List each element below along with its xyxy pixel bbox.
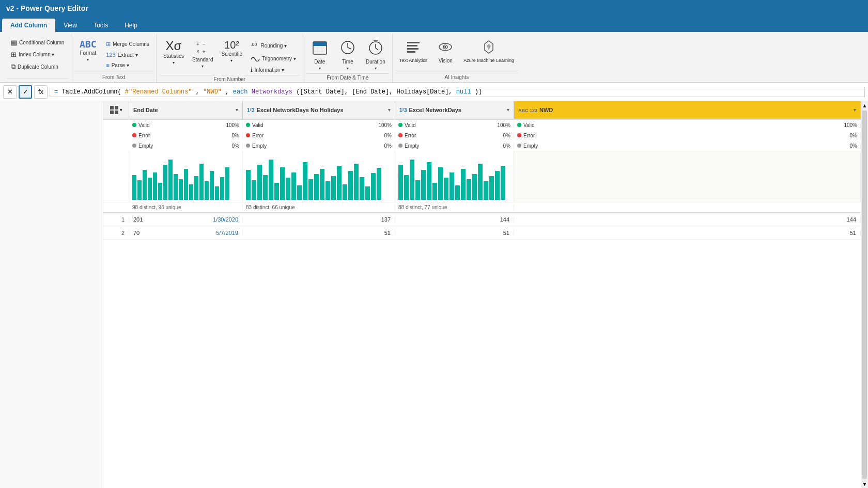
index-column-icon: ⊞	[11, 51, 17, 58]
scientific-button[interactable]: 10² Scientific ▾	[218, 37, 245, 66]
svg-rect-25	[110, 106, 114, 109]
tab-view[interactable]: View	[55, 19, 85, 32]
scroll-thumb[interactable]	[862, 111, 867, 479]
svg-rect-27	[110, 111, 114, 114]
col-header-networkdays[interactable]: 1²3Excel NetworkDays ▾	[395, 101, 514, 119]
chart-nwd	[514, 151, 861, 202]
data-grid: ▾ End Date ▾ 1²3Excel NetworkDays No Hol…	[103, 101, 861, 488]
svg-rect-20	[407, 48, 419, 50]
svg-rect-76	[421, 170, 426, 200]
svg-rect-67	[354, 164, 359, 200]
stats-nwd-empty: Empty 0%	[514, 143, 861, 149]
stats-noholidays-valid: Valid 100%	[243, 122, 395, 128]
merge-columns-icon: ⊞	[106, 41, 111, 48]
standard-button[interactable]: + − × ÷ Standard ▾	[189, 37, 217, 71]
svg-rect-74	[410, 160, 414, 200]
rounding-icon: .00	[251, 41, 259, 50]
svg-rect-90	[501, 166, 505, 200]
parse-button[interactable]: ≡ Parse ▾	[102, 60, 153, 70]
from-number-buttons: Xσ Statistics ▾ + − × ÷ Standard ▾ 10²	[160, 36, 300, 75]
col-header-nwd[interactable]: ABC 123NWD ▾	[514, 101, 861, 119]
svg-line-13	[348, 48, 351, 49]
duplicate-column-icon: ⧉	[11, 62, 16, 71]
stats-nwd-error: Error 0%	[514, 133, 861, 138]
svg-rect-37	[174, 174, 178, 200]
error-dot-noholidays	[246, 133, 250, 137]
azure-ml-button[interactable]: Azure Machine Learning	[460, 37, 518, 66]
text-analytics-button[interactable]: Text Analytics	[396, 37, 431, 66]
rounding-button[interactable]: .00 Rounding ▾	[247, 39, 300, 52]
svg-rect-81	[450, 172, 454, 200]
col-header-noholidays-label: Excel NetworkDays No Holidays	[256, 107, 343, 113]
extract-button[interactable]: 123 Extract ▾	[102, 50, 153, 59]
scroll-up[interactable]: ▲	[861, 101, 868, 109]
row-num-header: ▾	[103, 101, 129, 119]
ribbon-tabs: Add Column View Tools Help	[0, 17, 868, 32]
ribbon-group-general: ▤ Conditional Column ⊞ Index Column ▾ ⧉ …	[4, 34, 71, 82]
col-dropdown-nwd[interactable]: ▾	[854, 107, 856, 113]
conditional-column-icon: ▤	[11, 39, 17, 46]
table-row: 1 201 1/30/2020 137 144 144	[103, 213, 861, 226]
svg-rect-54	[280, 167, 285, 200]
cell-row2-networkdays: 51	[395, 230, 514, 236]
stats-row-empty: Empty 0% Empty 0% Empty 0% Empty 0%	[103, 140, 861, 151]
svg-rect-75	[415, 180, 420, 200]
svg-rect-52	[269, 160, 273, 200]
fx-button[interactable]: fx	[34, 85, 48, 99]
col-header-noholidays[interactable]: 1²3Excel NetworkDays No Holidays ▾	[243, 101, 395, 119]
time-button[interactable]: Time ▾	[334, 37, 361, 73]
tab-help[interactable]: Help	[116, 19, 146, 32]
stats-nwd-valid: Valid 100%	[514, 122, 861, 128]
tab-add-column[interactable]: Add Column	[2, 19, 55, 32]
distinct-networkdays: 88 distinct, 77 unique	[395, 204, 514, 210]
svg-rect-48	[246, 170, 251, 200]
empty-dot-networkdays	[398, 144, 402, 148]
vertical-scrollbar[interactable]: ▲ ▼	[861, 101, 868, 488]
format-button[interactable]: ABC Format ▾	[74, 37, 101, 65]
duration-button[interactable]: Duration ▾	[362, 37, 389, 73]
noholidays-bar-chart	[245, 154, 384, 200]
cell-row1-noholidays: 137	[243, 216, 395, 223]
formula-bar: ✕ ✓ fx = Table.AddColumn( #"Renamed Colu…	[0, 83, 868, 101]
from-number-label: From Number	[160, 75, 300, 84]
svg-rect-42	[199, 164, 204, 200]
parse-icon: ≡	[106, 62, 109, 68]
stats-noholidays-empty: Empty 0%	[243, 143, 395, 149]
chart-end-date	[129, 151, 243, 202]
cancel-button[interactable]: ✕	[3, 85, 17, 99]
svg-rect-36	[168, 160, 173, 200]
svg-rect-26	[115, 106, 118, 109]
vision-button[interactable]: Vision	[432, 37, 459, 67]
svg-rect-49	[252, 180, 256, 200]
azure-ml-icon	[482, 40, 496, 57]
svg-text:×: ×	[196, 49, 199, 54]
scroll-down[interactable]: ▼	[861, 480, 868, 488]
formula-input[interactable]: = Table.AddColumn( #"Renamed Columns" , …	[50, 87, 865, 97]
trigonometry-button[interactable]: Trigonometry ▾	[247, 53, 300, 64]
index-column-button[interactable]: ⊞ Index Column ▾	[7, 49, 68, 60]
conditional-column-button[interactable]: ▤ Conditional Column	[7, 37, 68, 48]
confirm-button[interactable]: ✓	[19, 85, 32, 99]
col-dropdown-end-date[interactable]: ▾	[236, 107, 238, 113]
duplicate-column-button[interactable]: ⧉ Duplicate Column	[7, 61, 68, 72]
row-num-2: 2	[103, 230, 129, 236]
standard-icon: + − × ÷	[195, 40, 210, 56]
tab-tools[interactable]: Tools	[85, 19, 116, 32]
date-button[interactable]: Date ▾	[306, 37, 333, 73]
svg-rect-77	[427, 162, 431, 200]
stats-noholidays-error: Error 0%	[243, 133, 395, 138]
ribbon-group-from-number: Xσ Statistics ▾ + − × ÷ Standard ▾ 10²	[157, 34, 303, 82]
statistics-button[interactable]: Xσ Statistics ▾	[160, 37, 188, 68]
chart-noholidays	[243, 151, 395, 202]
information-button[interactable]: ℹ Information ▾	[247, 65, 300, 75]
svg-rect-33	[153, 172, 157, 200]
merge-columns-button[interactable]: ⊞ Merge Columns	[102, 39, 153, 49]
col-dropdown-networkdays[interactable]: ▾	[507, 107, 509, 113]
svg-rect-58	[303, 162, 307, 200]
col-dropdown-noholidays[interactable]: ▾	[388, 107, 391, 113]
col-header-end-date[interactable]: End Date ▾	[129, 101, 243, 119]
cell-row2-noholidays: 51	[243, 230, 395, 236]
date-icon	[312, 40, 328, 58]
svg-rect-72	[398, 165, 403, 200]
svg-point-24	[444, 46, 446, 48]
